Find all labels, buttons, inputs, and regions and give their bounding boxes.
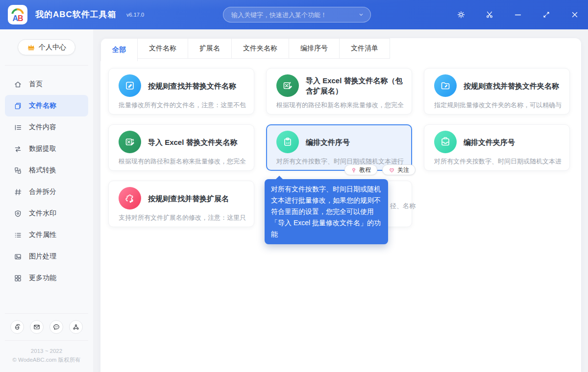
ie-browser-icon[interactable] [10, 320, 24, 334]
card-excel-replace-file-name[interactable]: 导入 Excel 替换文件名称（包含扩展名） 根据现有的路径和新名称来批量修改，… [266, 68, 412, 115]
tab-folder-name[interactable]: 文件夹名称 [231, 38, 289, 59]
mail-icon[interactable] [30, 320, 44, 334]
sidebar-item-label: 首页 [29, 80, 43, 89]
more-features-icon [14, 274, 22, 282]
scissors-tool-icon[interactable] [484, 9, 495, 20]
personal-center-label: 个人中心 [39, 43, 66, 52]
app-title: 我的ABC软件工具箱 [35, 9, 117, 20]
card-title: 编排文件序号 [306, 137, 350, 147]
search-input[interactable] [231, 11, 358, 19]
close-button[interactable] [569, 9, 580, 20]
tab-serial-number[interactable]: 编排序号 [289, 38, 340, 59]
tab-file-list[interactable]: 文件清单 [339, 38, 390, 59]
sidebar-item-label: 文件内容 [29, 123, 56, 132]
follow-button[interactable]: 关注 [382, 164, 416, 175]
settings-gear-icon[interactable] [456, 9, 466, 20]
sidebar-item-image-process[interactable]: 图片处理 [5, 246, 88, 267]
card-title: 导入 Excel 替换文件名称（包含扩展名） [306, 75, 404, 96]
edit-document-icon [119, 74, 141, 97]
image-process-icon [14, 253, 22, 261]
sidebar-item-file-attributes[interactable]: 文件属性 [5, 224, 88, 246]
logo-arc-icon [11, 8, 24, 14]
home-icon [14, 80, 22, 89]
file-content-icon [14, 123, 22, 132]
tooltip-text: 对所有文件按数字、时间日期或随机文本进行批量修改，如果您的规则不符合里面的设置，… [271, 185, 381, 238]
app-logo: AB [8, 5, 27, 24]
sidebar-item-label: 格式转换 [29, 166, 56, 175]
file-name-icon [14, 102, 22, 110]
tutorial-button[interactable]: 教程 [344, 164, 377, 175]
follow-label: 关注 [397, 166, 409, 174]
card-title: 按规则查找并替换文件名称 [148, 81, 236, 91]
card-title: 按规则查找并替换扩展名 [148, 193, 229, 204]
sidebar-footer: 2013 ~ 2022 © WodeABC.com 版权所有 [0, 313, 93, 364]
minimize-button[interactable] [513, 9, 523, 20]
personal-center-button[interactable]: 个人中心 [18, 39, 75, 55]
main-panel: 全部 文件名称 扩展名 文件夹名称 编排序号 文件清单 按规则查找并替换文件名称… [100, 38, 581, 372]
sidebar-nav: 首页 文件名称 文件内容 数据提取 格式转换 合并拆分 文件水印 文件属性 [0, 73, 93, 289]
card-desc-fragment: 径、名称 [390, 202, 416, 210]
card-hover-actions: 教程 关注 [344, 164, 416, 175]
card-desc: 批量修改所有文件的文件名，注意：这里不包含扩展名 [119, 101, 246, 110]
sidebar-item-label: 文件水印 [29, 209, 56, 218]
card-replace-file-name[interactable]: 按规则查找并替换文件名称 批量修改所有文件的文件名，注意：这里不包含扩展名 [108, 68, 254, 115]
merge-split-icon [14, 188, 22, 196]
card-title: 导入 Excel 替换文件夹名称 [148, 137, 238, 147]
card-title: 编排文件夹序号 [464, 137, 515, 147]
sidebar-item-data-extract[interactable]: 数据提取 [5, 138, 88, 160]
card-desc: 指定规则批量修改文件夹的名称，可以精确与模糊替换 [434, 101, 562, 110]
card-replace-extension[interactable]: 按规则查找并替换扩展名 支持对所有文件扩展名的修改，注意：这里只是修改 [108, 181, 254, 227]
card-title: 按规则查找并替换文件夹名称 [464, 81, 559, 91]
card-replace-folder-name[interactable]: 按规则查找并替换文件夹名称 指定规则批量修改文件夹的名称，可以精确与模糊替换 [424, 68, 570, 115]
resize-button[interactable] [541, 9, 552, 20]
sidebar: 个人中心 首页 文件名称 文件内容 数据提取 格式转换 合并拆分 [0, 29, 93, 372]
card-desc: 根据现有的路径和新名称来批量修改，您完全可以利用 [276, 101, 404, 110]
share-icon[interactable] [69, 320, 83, 334]
chat-icon[interactable] [49, 320, 63, 334]
card-serial-number-files[interactable]: 1/2 编排文件序号 对所有文件按数字、时间日期或随机文本进行批量修改 教程 关… [266, 124, 412, 171]
watermark-icon [14, 209, 22, 218]
copyright-years: 2013 ~ 2022 [0, 347, 93, 355]
card-desc: 根据现有的路径和新名称来批量修改，您完全可以利用 [119, 157, 246, 166]
sidebar-item-label: 数据提取 [29, 144, 56, 153]
svg-text:1/2: 1/2 [286, 141, 290, 144]
search-box[interactable] [223, 7, 371, 23]
social-links [0, 314, 93, 340]
excel-import-icon [119, 131, 141, 153]
version-label: v6.17.0 [126, 12, 144, 18]
chevron-down-icon[interactable] [358, 11, 365, 18]
card-desc: 对所有文件夹按数字、时间日期或随机文本进行批量修 [434, 157, 562, 166]
lightbulb-icon [351, 167, 357, 173]
tab-extension[interactable]: 扩展名 [188, 38, 232, 59]
puzzle-edit-icon [119, 187, 141, 209]
title-bar: AB 我的ABC软件工具箱 v6.17.0 [0, 0, 588, 29]
copyright-text: © WodeABC.com 版权所有 [0, 355, 93, 364]
window-controls [456, 0, 580, 29]
data-extract-icon [14, 145, 22, 153]
card-excel-replace-folder-name[interactable]: 导入 Excel 替换文件夹名称 根据现有的路径和新名称来批量修改，您完全可以利… [108, 124, 254, 171]
tab-file-name[interactable]: 文件名称 [137, 38, 188, 59]
file-attributes-icon [14, 231, 22, 239]
logo-letters: AB [8, 14, 27, 23]
card-tooltip: 对所有文件按数字、时间日期或随机文本进行批量修改，如果您的规则不符合里面的设置，… [265, 179, 388, 244]
sidebar-item-watermark[interactable]: 文件水印 [5, 203, 88, 224]
heart-icon [389, 167, 395, 173]
excel-import-icon [276, 74, 299, 97]
sidebar-item-label: 文件属性 [29, 231, 56, 239]
tab-all[interactable]: 全部 [100, 38, 138, 61]
sidebar-item-file-name[interactable]: 文件名称 [5, 95, 88, 116]
sidebar-item-merge-split[interactable]: 合并拆分 [5, 181, 88, 203]
card-serial-number-folders[interactable]: 编排文件夹序号 对所有文件夹按数字、时间日期或随机文本进行批量修 [424, 124, 570, 171]
category-tabs: 全部 文件名称 扩展名 文件夹名称 编排序号 文件清单 [100, 38, 581, 61]
sidebar-divider [5, 65, 88, 66]
clipboard-number-icon: 1/2 [276, 131, 299, 153]
format-convert-icon [14, 166, 22, 175]
sidebar-item-file-content[interactable]: 文件内容 [5, 116, 88, 138]
folder-edit-icon [434, 74, 457, 97]
sidebar-item-label: 文件名称 [29, 101, 56, 110]
crown-icon [27, 44, 35, 51]
sidebar-item-format-convert[interactable]: 格式转换 [5, 160, 88, 181]
sidebar-item-home[interactable]: 首页 [5, 73, 88, 95]
sidebar-item-label: 合并拆分 [29, 187, 56, 196]
sidebar-item-more-features[interactable]: 更多功能 [5, 267, 88, 289]
